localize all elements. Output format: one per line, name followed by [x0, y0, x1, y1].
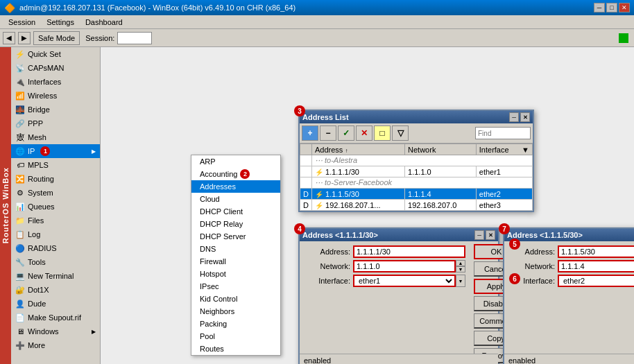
sidebar-item-make-supout[interactable]: 📄 Make Supout.rif [11, 311, 100, 324]
sidebar-item-routing[interactable]: 🔀 Routing [11, 172, 100, 186]
sidebar-label-ip: IP [28, 147, 35, 155]
menu-item-packing[interactable]: Packing [191, 318, 280, 330]
addr1-ok-badge: 5 [509, 239, 520, 250]
menu-item-pool[interactable]: Pool [191, 330, 280, 343]
row-interface: ether1 [476, 166, 532, 177]
addr1-minimize[interactable]: ─ [474, 230, 484, 240]
menu-item-dhcp-server[interactable]: DHCP Server [191, 230, 280, 243]
col-dropdown[interactable]: ▼ [522, 146, 529, 154]
sidebar-item-bridge[interactable]: 🌉 Bridge [11, 103, 100, 116]
addr1-address-label: Address: [305, 248, 350, 256]
sidebar-item-ip[interactable]: 🌐 IP 1 ▶ [11, 144, 100, 158]
addr1-network-label: Network: [305, 262, 350, 270]
sidebar-item-mesh[interactable]: 🕸 Mesh [11, 130, 100, 144]
find-input[interactable] [475, 127, 531, 139]
sidebar-item-files[interactable]: 📁 Files [11, 214, 100, 227]
menu-item-kid-control[interactable]: Kid Control [191, 293, 280, 305]
sidebar-item-tools[interactable]: 🔧 Tools [11, 255, 100, 269]
menu-item-arp[interactable]: ARP [191, 155, 280, 168]
addr2-address-input[interactable] [558, 245, 634, 258]
sidebar-item-dude[interactable]: 👤 Dude [11, 297, 100, 311]
sidebar-item-new-terminal[interactable]: 💻 New Terminal [11, 269, 100, 283]
address-list-window: 3 Address List ─ ✕ + − ✓ ✕ □ ▽ [298, 110, 534, 212]
close-button[interactable]: ✕ [619, 3, 630, 12]
addr1-scroll-up[interactable]: ▲ [456, 260, 465, 266]
menu-item-dhcp-client[interactable]: DHCP Client [191, 205, 280, 218]
addr1-close[interactable]: ✕ [486, 230, 495, 240]
group-icon: ⋯ [315, 156, 323, 164]
row-network: 1.1.1.0 [405, 166, 477, 177]
menu-item-neighbors[interactable]: Neighbors [191, 305, 280, 318]
sidebar-item-system[interactable]: ⚙ System [11, 186, 100, 200]
sidebar-item-log[interactable]: 📋 Log [11, 227, 100, 241]
menu-item-routes[interactable]: Routes [191, 343, 280, 355]
comment-address-button[interactable]: □ [374, 125, 391, 141]
menu-settings[interactable]: Settings [41, 17, 80, 27]
back-button[interactable]: ◀ [3, 32, 15, 44]
sidebar-label-bridge: Bridge [28, 105, 50, 114]
row-group-name2: ⋯ to-Server-Facebook [311, 177, 532, 189]
sidebar-label-mesh: Mesh [28, 133, 46, 141]
menu-item-firewall[interactable]: Firewall [191, 255, 280, 268]
sidebar-item-mpls[interactable]: 🏷 MPLS [11, 158, 100, 172]
session-label: Session: [85, 34, 114, 42]
address-detail-1-window: 4 Address <1.1.1.1/30> ─ ✕ Address: Netw… [298, 227, 499, 364]
menu-item-cloud[interactable]: Cloud [191, 193, 280, 205]
menu-dashboard[interactable]: Dashboard [80, 17, 128, 27]
sidebar-item-interfaces[interactable]: 🔌 Interfaces [11, 75, 100, 89]
menu-item-dns[interactable]: DNS [191, 243, 280, 255]
sidebar-item-ppp[interactable]: 🔗 PPP [11, 116, 100, 130]
sidebar-item-windows[interactable]: 🖥 Windows ▶ [11, 324, 100, 338]
addr2-network-input[interactable] [558, 260, 634, 272]
content-area: ARP Accounting 2 Addresses Cloud DHCP Cl… [101, 47, 634, 364]
enable-address-button[interactable]: ✓ [338, 125, 354, 141]
routing-icon: 🔀 [15, 174, 25, 184]
addr1-address-input[interactable] [353, 245, 465, 258]
remove-address-button[interactable]: − [320, 125, 336, 141]
safe-mode-button[interactable]: Safe Mode [33, 31, 80, 45]
sidebar-item-dot1x[interactable]: 🔐 Dot1X [11, 283, 100, 297]
addr1-interface-arrow[interactable]: ▼ [456, 275, 465, 287]
table-row[interactable]: ⋯ to-Server-Facebook [300, 177, 533, 189]
forward-button[interactable]: ▶ [18, 32, 31, 44]
sidebar-item-capsman[interactable]: 📡 CAPsMAN [11, 61, 100, 75]
menu-item-dhcp-relay[interactable]: DHCP Relay [191, 218, 280, 230]
addr2-network-row: Network: ▲ ▼ [507, 260, 634, 272]
filter-address-button[interactable]: ▽ [392, 125, 409, 141]
sidebar-item-quick-set[interactable]: ⚡ Quick Set [11, 47, 100, 61]
sidebar-item-wireless[interactable]: 📶 Wireless [11, 89, 100, 103]
sidebar-item-queues[interactable]: 📊 Queues [11, 200, 100, 214]
table-row[interactable]: ⚡ 1.1.1.1/30 1.1.1.0 ether1 [300, 166, 533, 177]
capsman-icon: 📡 [15, 63, 25, 73]
menu-item-ipsec[interactable]: IPsec [191, 280, 280, 293]
col-address[interactable]: Address ↑ [311, 144, 404, 155]
addr2-interface-select[interactable]: ether2 [558, 275, 634, 287]
sidebar-label-interfaces: Interfaces [28, 78, 61, 86]
table-row[interactable]: ⋯ to-Alestra [300, 155, 533, 166]
menu-item-addresses[interactable]: Addresses [191, 180, 280, 193]
disable-address-button[interactable]: ✕ [356, 125, 372, 141]
col-interface[interactable]: Interface ▼ [476, 144, 532, 155]
maximize-button[interactable]: □ [606, 3, 617, 12]
winbox-text: RouterOS WinBox [1, 167, 10, 243]
menu-item-accounting[interactable]: Accounting 2 [191, 168, 280, 180]
windows-icon: 🖥 [15, 327, 25, 336]
minimize-button[interactable]: ─ [594, 3, 605, 12]
sidebar-item-more[interactable]: ➕ More [11, 338, 100, 352]
sidebar-item-radius[interactable]: 🔵 RADIUS [11, 241, 100, 255]
menu-session[interactable]: Session [3, 17, 41, 27]
sort-arrow: ↑ [345, 148, 348, 154]
address-list-close[interactable]: ✕ [520, 112, 530, 122]
row-flag3: D [300, 200, 312, 211]
address-list-minimize[interactable]: ─ [509, 112, 519, 122]
addr1-scroll-down[interactable]: ▼ [456, 266, 465, 272]
addr1-network-input[interactable] [353, 260, 456, 272]
add-address-button[interactable]: + [302, 125, 318, 141]
session-input[interactable] [117, 32, 152, 44]
table-row-selected[interactable]: D ⚡ 1.1.1.5/30 1.1.1.4 ether2 [300, 189, 533, 200]
menu-item-hotspot[interactable]: Hotspot [191, 268, 280, 280]
addr1-interface-select[interactable]: ether1 [353, 275, 456, 287]
col-network[interactable]: Network [405, 144, 477, 155]
addr2-content: Address: Network: ▲ ▼ Interface: [504, 241, 634, 364]
table-row[interactable]: D ⚡ 192.168.207.1... 192.168.207.0 ether… [300, 200, 533, 211]
